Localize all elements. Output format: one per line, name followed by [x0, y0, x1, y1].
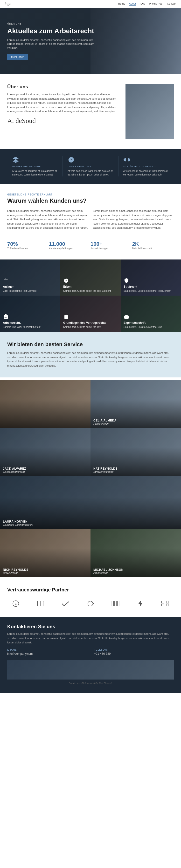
contact-details: E-Mail: info@company.com Telefon: +21-45…: [7, 648, 174, 655]
logo: logo: [5, 2, 11, 6]
nav-about[interactable]: About: [129, 2, 136, 5]
stat-num-1: 70%: [7, 241, 44, 247]
team-card-left-empty-1: [0, 380, 90, 428]
philosophy-label-3: SCHLÜSSEL ZUM ERFOLG: [123, 165, 169, 168]
service-icon-3: [124, 278, 129, 284]
services-grid: Anlagen Click to select the Text Element…: [0, 259, 181, 332]
service-icon-4: [3, 314, 9, 320]
philosophy-label-2: UNSER GRUNDSATZ: [68, 165, 113, 168]
team-card-jack[interactable]: JACK ALVAREZ Gesellschaftsrecht: [0, 428, 90, 476]
philosophy-strip: UNSERE PHILOSOPHIE At vero eos et accusa…: [0, 149, 181, 184]
stat-num-2: 11.000: [49, 241, 86, 247]
team-name-jack: JACK ALVAREZ: [3, 467, 87, 470]
philosophy-label-1: UNSERE PHILOSOPHIE: [12, 165, 58, 168]
contact-select-label: Sample text. Click to select the Text El…: [7, 681, 174, 686]
team-role-jack: Gesellschaftsrecht: [3, 470, 87, 473]
service-sample-3: Sample text. Click to select the Text El…: [124, 289, 178, 293]
contact-phone-value: +21-456-789: [94, 652, 174, 655]
service-icon-5: [63, 314, 69, 320]
team-grid: CELIA ALMEDA Familienrecht JACK ALVAREZ …: [0, 380, 181, 577]
best-service-section: Wir bieten den besten Service Lorem ipsu…: [0, 332, 181, 377]
team-role-nat: Strafverteidigung: [94, 470, 178, 473]
partner-logo-2: [32, 597, 49, 610]
stat-label-2: Kundenempfehlungen: [49, 247, 86, 250]
service-title-2: Erben: [63, 285, 118, 288]
contact-phone-col: Telefon: +21-456-789: [94, 648, 174, 655]
partner-logo-4: [82, 597, 99, 610]
hero-button[interactable]: Mehr lesen: [7, 54, 28, 60]
team-role-nick: Umweltrecht: [3, 571, 87, 574]
contact-section: Kontaktieren Sie uns Lorem ipsum dolor s…: [0, 617, 181, 693]
partner-logo-7: [157, 597, 174, 610]
signature: A. deSoud: [7, 117, 118, 125]
philosophy-item-1: UNSERE PHILOSOPHIE At vero eos et accusa…: [7, 156, 63, 177]
contact-text: Lorem ipsum dolor sit amet, consectur sa…: [7, 632, 174, 645]
why-section: GESETZLICHE RECHTE ERKLÄRT Warum wählen …: [0, 184, 181, 259]
team-section: .team-layout { display: grid; grid-templ…: [0, 377, 181, 580]
team-role-laura: Geistiges Eigentumsrecht: [3, 523, 178, 526]
stat-label-4: Beispielüberschrift: [132, 247, 169, 250]
svg-rect-9: [117, 601, 119, 606]
hero-subtitle: ÜBER UNS: [7, 22, 99, 25]
service-card-4[interactable]: Arbeitsrecht. Sample text. Click to sele…: [0, 296, 60, 332]
service-title-5: Grundlagen des Vertragsrechts: [63, 321, 118, 324]
service-title-3: Strafrecht: [124, 285, 178, 288]
svg-marker-10: [138, 600, 143, 607]
service-card-2[interactable]: Erben Sample text. Click to select the T…: [60, 259, 121, 296]
philosophy-icon-1: [12, 156, 19, 163]
partner-logo-3: [57, 597, 74, 610]
about-heading: Über uns: [7, 84, 118, 90]
partner-logo-5: [107, 597, 124, 610]
service-sample-6: Sample text. Click to select the Text: [124, 326, 178, 329]
stat-num-4: 2K: [132, 241, 169, 247]
team-card-celia[interactable]: CELIA ALMEDA Familienrecht: [90, 380, 181, 428]
nav-home[interactable]: Home: [118, 2, 125, 5]
hero-content: ÜBER UNS Aktuelles zum Arbeitsrecht Lore…: [7, 22, 99, 60]
stat-4: 2K Beispielüberschrift: [132, 241, 174, 250]
service-card-5[interactable]: Grundlagen des Vertragsrechts Sample tex…: [60, 296, 121, 332]
svg-text:C: C: [15, 602, 17, 605]
contact-title: Kontaktieren Sie uns: [7, 624, 174, 629]
team-card-nick[interactable]: NICK REYNOLDS Umweltrecht: [0, 529, 90, 577]
service-sample-2: Sample text. Click to select the Text El…: [63, 289, 118, 293]
stat-3: 100+ Auszeichnungen: [90, 241, 132, 250]
why-columns: Lorem ipsum dolor sit amet, consectur sa…: [7, 209, 174, 230]
hero-section: ÜBER UNS Aktuelles zum Arbeitsrecht Lore…: [0, 8, 181, 74]
svg-point-0: [126, 316, 127, 318]
service-icon-1: [3, 278, 9, 284]
stat-label-3: Auszeichnungen: [90, 247, 127, 250]
partners-section: Vertrauenswürdige Partner C: [0, 580, 181, 617]
philosophy-text-3: At vero eos et accusam et justo dolores …: [123, 169, 169, 177]
svg-rect-12: [166, 601, 169, 603]
nav-faq[interactable]: FAQ: [140, 2, 145, 5]
svg-rect-13: [162, 604, 164, 606]
why-col-1: Lorem ipsum dolor sit amet, consectur sa…: [7, 209, 88, 230]
why-title: Warum wählen Kunden uns?: [7, 197, 174, 204]
service-sample-5: Sample text. Click to select the Text: [63, 326, 118, 329]
service-card-1[interactable]: Anlagen Click to select the Text Element: [0, 259, 60, 296]
team-card-nat[interactable]: NAT REYNOLDS Strafverteidigung: [90, 428, 181, 476]
nav-links: Home About FAQ Pricing Plan Contact: [118, 2, 176, 5]
svg-rect-14: [166, 604, 169, 606]
nav-pricing[interactable]: Pricing Plan: [149, 2, 163, 5]
service-card-3[interactable]: Strafrecht Sample text. Click to select …: [121, 259, 181, 296]
service-card-6[interactable]: Eigentutsschrift Sample text. Click to s…: [121, 296, 181, 332]
team-card-michael[interactable]: MICHAEL JOHNSON Arbeitsrecht: [90, 529, 181, 577]
svg-rect-11: [162, 601, 164, 603]
contact-email-col: E-Mail: info@company.com: [7, 648, 87, 655]
hero-title: Aktuelles zum Arbeitsrecht: [7, 27, 99, 35]
contact-email-label: E-Mail:: [7, 648, 87, 651]
svg-rect-8: [114, 601, 116, 606]
about-body: Lorem ipsum dolor sit amet, consectur sa…: [7, 92, 118, 114]
team-name-celia: CELIA ALMEDA: [94, 419, 178, 422]
navigation: logo Home About FAQ Pricing Plan Contact: [0, 0, 181, 8]
team-card-laura[interactable]: LAURA NGUYEN Geistiges Eigentumsrecht: [0, 476, 181, 529]
team-name-laura: LAURA NGUYEN: [3, 520, 178, 523]
svg-marker-6: [93, 602, 94, 604]
service-icon-6: [124, 314, 129, 320]
philosophy-text-1: At vero eos et accusam et justo dolores …: [12, 169, 58, 177]
stat-2: 11.000 Kundenempfehlungen: [49, 241, 91, 250]
partner-logo-6: [132, 597, 149, 610]
team-name-michael: MICHAEL JOHNSON: [94, 568, 178, 571]
nav-contact[interactable]: Contact: [167, 2, 176, 5]
